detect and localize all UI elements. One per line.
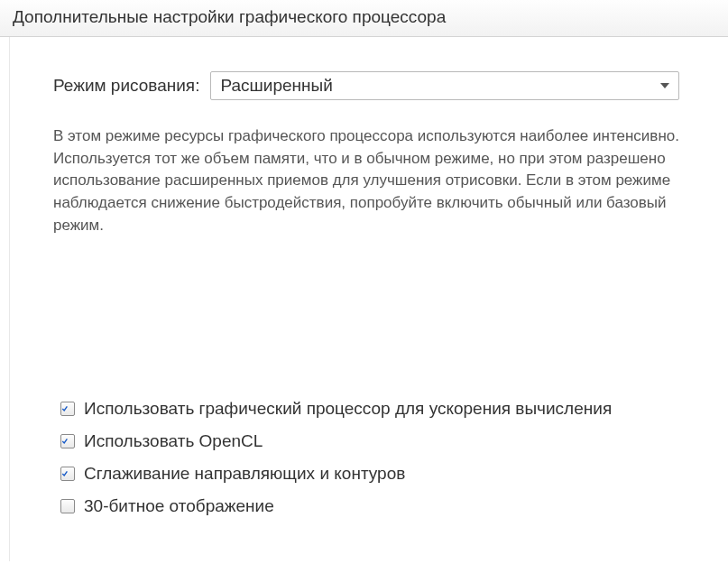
drawing-mode-selected: Расширенный xyxy=(220,76,332,96)
drawing-mode-row: Режим рисования: Расширенный xyxy=(53,71,699,100)
window-title: Дополнительные настройки графического пр… xyxy=(0,0,728,37)
checkbox-label: Использовать OpenCL xyxy=(84,431,263,451)
content-area: Режим рисования: Расширенный В этом режи… xyxy=(9,37,724,561)
checkbox-label: Использовать графический процессор для у… xyxy=(84,399,612,419)
mode-description: В этом режиме ресурсы графического проце… xyxy=(53,125,699,236)
checkbox-antialias-guides[interactable]: Сглаживание направляющих и контуров xyxy=(60,464,699,484)
options-group: Использовать графический процессор для у… xyxy=(60,399,699,516)
chevron-down-icon xyxy=(660,83,669,88)
checkbox-box xyxy=(60,402,75,416)
checkbox-box xyxy=(60,499,75,513)
checkbox-box xyxy=(60,467,75,481)
checkbox-label: Сглаживание направляющих и контуров xyxy=(84,464,405,484)
checkmark-icon xyxy=(61,436,69,447)
drawing-mode-label: Режим рисования: xyxy=(53,76,199,96)
checkbox-30bit-display[interactable]: 30-битное отображение xyxy=(60,496,699,516)
checkbox-box xyxy=(60,434,75,448)
checkbox-use-gpu-compute[interactable]: Использовать графический процессор для у… xyxy=(60,399,699,419)
drawing-mode-dropdown[interactable]: Расширенный xyxy=(210,71,679,100)
gpu-settings-window: Дополнительные настройки графического пр… xyxy=(0,0,728,564)
checkbox-use-opencl[interactable]: Использовать OpenCL xyxy=(60,431,699,451)
checkmark-icon xyxy=(61,468,69,479)
checkbox-label: 30-битное отображение xyxy=(84,496,274,516)
checkmark-icon xyxy=(61,403,69,414)
